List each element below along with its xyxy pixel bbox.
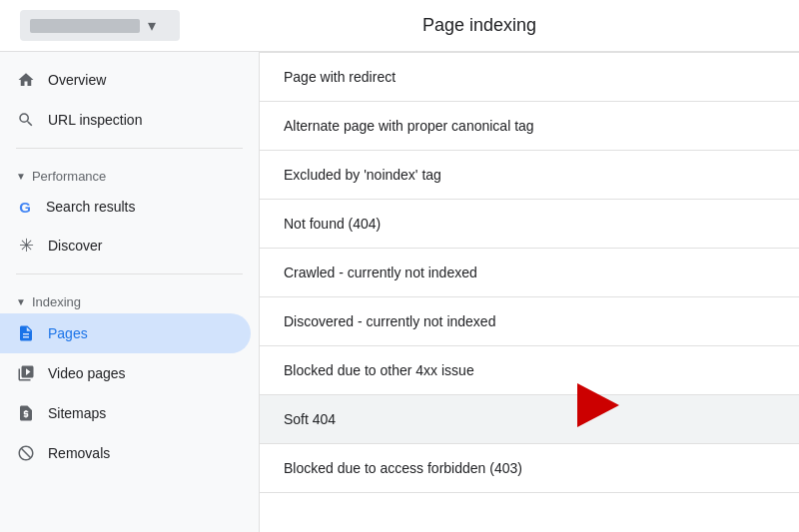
sidebar-item-overview[interactable]: Overview [0, 60, 251, 100]
property-selector[interactable]: ▾ [20, 10, 180, 41]
divider-2 [16, 273, 243, 274]
property-selector-text [30, 19, 140, 33]
section-indexing-label: Indexing [32, 294, 81, 309]
sidebar-item-overview-label: Overview [48, 72, 106, 88]
search-icon [16, 110, 36, 130]
index-list: Page with redirect Alternate page with p… [260, 52, 799, 493]
sidebar-item-pages-label: Pages [48, 325, 88, 341]
arrow-right-container [577, 383, 619, 427]
asterisk-icon: ✳ [16, 236, 36, 256]
sidebar: Overview URL inspection ▼ Performance G [0, 52, 260, 532]
app-container: ▾ Page indexing Overview [0, 0, 799, 532]
list-item-not-found-404[interactable]: Not found (404) [260, 200, 799, 249]
home-icon [16, 70, 36, 90]
google-g-icon: G [16, 198, 34, 216]
sidebar-item-sitemaps[interactable]: Sitemaps [0, 393, 251, 433]
right-panel: Page with redirect Alternate page with p… [260, 52, 799, 532]
divider-1 [16, 148, 243, 149]
list-item-excluded-noindex[interactable]: Excluded by 'noindex' tag [260, 151, 799, 200]
sitemaps-icon [16, 403, 36, 423]
main-content: Overview URL inspection ▼ Performance G [0, 52, 799, 532]
section-performance-label: Performance [32, 169, 106, 184]
triangle-icon-2: ▼ [16, 296, 26, 307]
sidebar-item-removals-label: Removals [48, 445, 110, 461]
sidebar-item-url-inspection[interactable]: URL inspection [0, 100, 251, 140]
video-pages-icon [16, 363, 36, 383]
list-item-blocked-4xx[interactable]: Blocked due to other 4xx issue [260, 346, 799, 395]
list-item-blocked-403[interactable]: Blocked due to access forbidden (403) [260, 444, 799, 493]
list-item-discovered-not-indexed[interactable]: Discovered - currently not indexed [260, 297, 799, 346]
sidebar-item-sitemaps-label: Sitemaps [48, 405, 106, 421]
arrow-right-icon [577, 383, 619, 427]
sidebar-item-video-pages[interactable]: Video pages [0, 353, 251, 393]
section-performance[interactable]: ▼ Performance [0, 157, 259, 188]
removals-icon [16, 443, 36, 463]
sidebar-item-search-results[interactable]: G Search results [0, 188, 251, 226]
sidebar-item-pages[interactable]: Pages [0, 313, 251, 353]
sidebar-item-discover-label: Discover [48, 238, 102, 254]
sidebar-item-search-results-label: Search results [46, 199, 135, 215]
list-item-crawled-not-indexed[interactable]: Crawled - currently not indexed [260, 249, 799, 297]
sidebar-item-url-inspection-label: URL inspection [48, 112, 142, 128]
sidebar-item-video-pages-label: Video pages [48, 365, 126, 381]
list-item-page-redirect[interactable]: Page with redirect [260, 52, 799, 102]
sidebar-item-discover[interactable]: ✳ Discover [0, 226, 251, 266]
pages-icon [16, 323, 36, 343]
top-bar: ▾ Page indexing [0, 0, 799, 52]
chevron-down-icon: ▾ [148, 16, 156, 35]
section-indexing[interactable]: ▼ Indexing [0, 282, 259, 313]
page-title: Page indexing [180, 15, 779, 36]
list-item-soft-404[interactable]: Soft 404 [260, 395, 799, 444]
triangle-icon: ▼ [16, 171, 26, 182]
sidebar-item-removals[interactable]: Removals [0, 433, 251, 473]
list-item-alternate-canonical[interactable]: Alternate page with proper canonical tag [260, 102, 799, 151]
